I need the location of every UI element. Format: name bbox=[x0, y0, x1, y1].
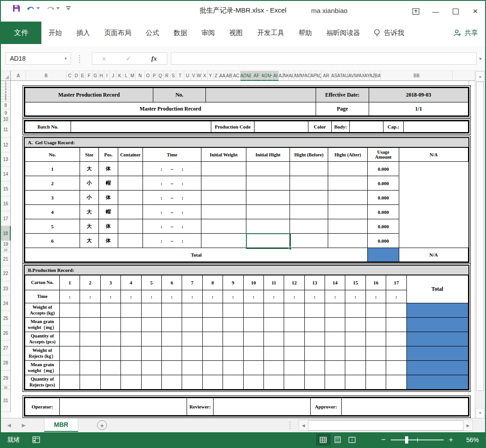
production-cell[interactable] bbox=[325, 332, 345, 346]
production-cell[interactable] bbox=[223, 346, 243, 361]
select-all-corner[interactable] bbox=[1, 71, 11, 81]
production-cell[interactable] bbox=[243, 346, 263, 361]
no-value[interactable] bbox=[206, 88, 316, 102]
production-total-cell[interactable] bbox=[406, 303, 468, 318]
share-button[interactable]: 共享 bbox=[453, 22, 478, 44]
time-cell[interactable]: : bbox=[223, 290, 243, 303]
carton-number-cell[interactable]: 14 bbox=[325, 275, 345, 290]
production-cell[interactable] bbox=[100, 346, 120, 361]
gel-cell[interactable]: 体 bbox=[99, 191, 118, 205]
column-header-AE[interactable]: AE bbox=[247, 71, 252, 81]
carton-number-cell[interactable]: 6 bbox=[161, 275, 182, 290]
column-header-AG[interactable]: AG bbox=[262, 71, 268, 81]
gel-cell[interactable] bbox=[290, 162, 328, 176]
gel-cell[interactable]: 3 bbox=[25, 191, 80, 205]
production-cell[interactable] bbox=[60, 303, 80, 318]
production-cell[interactable] bbox=[182, 332, 202, 346]
carton-number-cell[interactable]: 13 bbox=[304, 275, 325, 290]
gel-cell[interactable] bbox=[290, 176, 328, 191]
column-header-A[interactable]: A bbox=[11, 71, 26, 81]
row-header-18[interactable]: 18 bbox=[1, 226, 11, 241]
row-header-13[interactable]: 13 bbox=[1, 152, 11, 167]
gel-cell[interactable]: 大 bbox=[80, 234, 99, 248]
production-cell[interactable] bbox=[386, 318, 406, 332]
gel-column-header[interactable]: Initial Hight bbox=[246, 148, 290, 162]
row-header-30[interactable]: 30 bbox=[1, 386, 11, 390]
column-header-AA[interactable]: AA bbox=[219, 71, 226, 81]
time-cell[interactable]: : bbox=[182, 290, 202, 303]
column-header-Q[interactable]: Q bbox=[157, 71, 164, 81]
formula-input[interactable] bbox=[171, 52, 477, 65]
production-cell[interactable] bbox=[60, 375, 80, 390]
production-cell[interactable] bbox=[345, 375, 366, 390]
zoom-level[interactable]: 56% bbox=[457, 436, 479, 444]
customize-quick-access-button[interactable] bbox=[66, 6, 71, 10]
production-cell[interactable] bbox=[121, 303, 141, 318]
tell-me-button[interactable]: 告诉我 bbox=[367, 22, 410, 44]
vertical-scrollbar-thumb[interactable] bbox=[476, 82, 484, 391]
column-header-B[interactable]: B bbox=[26, 71, 67, 81]
column-header-I[interactable]: I bbox=[104, 71, 110, 81]
gel-cell[interactable] bbox=[246, 191, 290, 205]
column-header-K[interactable]: K bbox=[116, 71, 123, 81]
production-cell[interactable] bbox=[263, 361, 284, 375]
undo-caret-icon[interactable] bbox=[36, 7, 40, 9]
row-header-27[interactable]: 27 bbox=[1, 341, 11, 355]
gel-cell[interactable] bbox=[328, 205, 368, 219]
column-header-M[interactable]: M bbox=[129, 71, 136, 81]
normal-view-button[interactable] bbox=[316, 434, 330, 446]
production-cell[interactable] bbox=[345, 361, 366, 375]
row-header-19[interactable]: 19 bbox=[1, 241, 11, 248]
production-cell[interactable] bbox=[121, 346, 141, 361]
ribbon-tab[interactable]: 审阅 bbox=[194, 22, 222, 44]
production-cell[interactable] bbox=[284, 303, 304, 318]
column-header-AM[interactable]: AM bbox=[294, 71, 300, 81]
production-cell[interactable] bbox=[284, 346, 304, 361]
production-cell[interactable] bbox=[223, 375, 243, 390]
name-box-caret-icon[interactable]: ▾ bbox=[61, 56, 71, 61]
production-total-cell[interactable] bbox=[406, 318, 468, 332]
gel-cell[interactable]: 0.000 bbox=[368, 234, 399, 248]
ribbon-tab[interactable]: 开发工具 bbox=[250, 22, 291, 44]
column-header-AL[interactable]: AL bbox=[289, 71, 294, 81]
column-header-T[interactable]: T bbox=[176, 71, 184, 81]
gel-cell[interactable] bbox=[201, 219, 246, 234]
row-header-16[interactable]: 16 bbox=[1, 196, 11, 211]
ribbon-tab[interactable]: 数据 bbox=[166, 22, 194, 44]
production-cell[interactable] bbox=[182, 303, 202, 318]
production-cell[interactable] bbox=[202, 346, 223, 361]
production-cell[interactable] bbox=[141, 346, 161, 361]
column-header-BA[interactable]: BA bbox=[375, 71, 381, 81]
production-code-label[interactable]: Production Code bbox=[211, 121, 254, 133]
production-cell[interactable] bbox=[263, 375, 284, 390]
production-cell[interactable] bbox=[182, 346, 202, 361]
gel-cell[interactable]: : ~ : bbox=[143, 162, 201, 176]
production-cell[interactable] bbox=[161, 346, 182, 361]
production-cell[interactable] bbox=[366, 375, 386, 390]
production-cell[interactable] bbox=[60, 361, 80, 375]
ribbon-tab[interactable]: 页面布局 bbox=[97, 22, 138, 44]
production-cell[interactable] bbox=[386, 375, 406, 390]
gel-cell[interactable] bbox=[118, 162, 143, 176]
production-cell[interactable] bbox=[325, 346, 345, 361]
gel-cell[interactable] bbox=[328, 234, 368, 248]
gel-na-cell[interactable]: N/A bbox=[399, 148, 468, 162]
column-header-N[interactable]: N bbox=[136, 71, 145, 81]
gel-cell[interactable]: 1 bbox=[25, 162, 80, 176]
column-header-AH[interactable]: AH bbox=[268, 71, 272, 81]
maximize-button[interactable] bbox=[446, 1, 465, 22]
batch-no-label[interactable]: Batch No. bbox=[25, 121, 71, 133]
effective-date-value[interactable]: 2018-09-03 bbox=[369, 88, 468, 102]
production-cell[interactable] bbox=[243, 303, 263, 318]
gel-column-header[interactable]: Time bbox=[143, 148, 201, 162]
time-row-label[interactable]: Time bbox=[25, 290, 60, 303]
mpr-title[interactable]: Master Production Record bbox=[25, 88, 153, 102]
cancel-icon[interactable]: × bbox=[102, 55, 106, 62]
column-header-J[interactable]: J bbox=[110, 71, 116, 81]
ribbon-tab[interactable]: 福昕阅读器 bbox=[319, 22, 367, 44]
column-header-BB[interactable]: BB bbox=[381, 71, 453, 81]
time-cell[interactable]: : bbox=[202, 290, 223, 303]
time-cell[interactable]: : bbox=[161, 290, 182, 303]
effective-date-label[interactable]: Effective Date: bbox=[316, 88, 369, 102]
row-header-24[interactable]: 24 bbox=[1, 296, 11, 311]
